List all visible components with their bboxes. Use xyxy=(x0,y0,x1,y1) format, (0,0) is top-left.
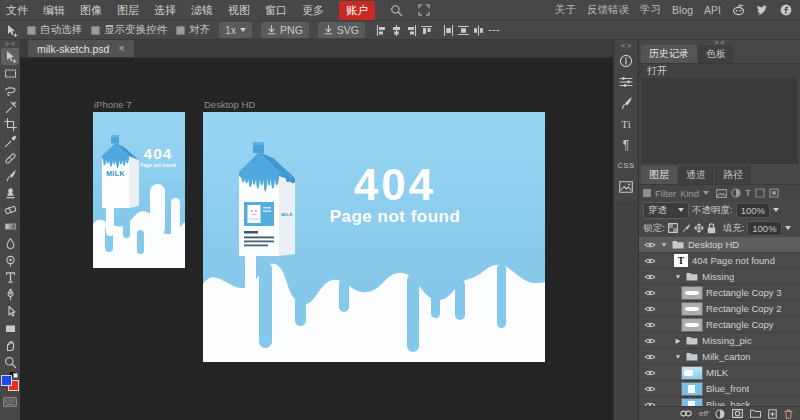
tool-dodge[interactable] xyxy=(1,252,19,269)
toolbar-collapse-icon[interactable]: > < xyxy=(5,40,15,48)
artboard-iphone7[interactable]: iPhone 7 xyxy=(93,112,185,268)
menu-filter[interactable]: 滤镜 xyxy=(191,3,213,18)
image-icon[interactable] xyxy=(615,176,637,197)
menu-api[interactable]: API xyxy=(704,4,721,16)
tool-lasso[interactable] xyxy=(1,82,19,99)
layer-row[interactable]: MILK xyxy=(639,365,800,381)
visibility-eye-icon[interactable] xyxy=(644,241,656,249)
layer-thumbnail[interactable] xyxy=(682,287,702,299)
twitter-icon[interactable] xyxy=(756,5,769,16)
align-center-h-icon[interactable] xyxy=(391,25,402,36)
lock-transparent-icon[interactable] xyxy=(668,223,678,233)
visibility-eye-icon[interactable] xyxy=(644,305,656,313)
properties-icon[interactable] xyxy=(615,71,637,92)
visibility-eye-icon[interactable] xyxy=(644,369,656,377)
lock-paint-icon[interactable] xyxy=(681,223,691,233)
delete-icon[interactable] xyxy=(784,409,793,419)
distribute-left-icon[interactable] xyxy=(443,25,454,36)
canvas-area[interactable]: iPhone 7 xyxy=(20,58,613,420)
tool-rectangle-select[interactable] xyxy=(1,65,19,82)
auto-select-checkbox[interactable]: 自动选择 xyxy=(27,23,82,37)
visibility-eye-icon[interactable] xyxy=(644,385,656,393)
menu-view[interactable]: 视图 xyxy=(228,3,250,18)
layer-row-group[interactable]: ▼ Desktop HD xyxy=(639,237,800,253)
menu-more[interactable]: 更多 xyxy=(302,3,324,18)
align-right-icon[interactable] xyxy=(406,25,417,36)
css-icon[interactable]: CSS xyxy=(615,155,637,176)
color-swatches[interactable] xyxy=(1,373,19,391)
tool-eraser[interactable] xyxy=(1,201,19,218)
opacity-input[interactable]: 100% xyxy=(736,203,770,218)
link-icon[interactable] xyxy=(680,410,692,417)
mask-icon[interactable] xyxy=(732,409,743,418)
layer-row-group[interactable]: ▼ Missing xyxy=(639,269,800,285)
new-group-icon[interactable] xyxy=(750,409,761,418)
tool-move[interactable] xyxy=(1,48,19,65)
tool-gradient[interactable] xyxy=(1,218,19,235)
new-layer-icon[interactable] xyxy=(768,409,777,419)
layer-thumbnail[interactable] xyxy=(682,303,702,315)
tool-pen[interactable] xyxy=(1,286,19,303)
filter-kind-select[interactable]: Kind xyxy=(680,188,709,199)
more-options-icon[interactable] xyxy=(488,25,501,36)
rail-collapse-icon[interactable]: < > xyxy=(621,41,631,50)
adjustment-icon[interactable] xyxy=(715,409,725,419)
lock-all-icon[interactable] xyxy=(707,223,716,234)
checkbox-box[interactable] xyxy=(176,26,185,35)
tool-crop[interactable] xyxy=(1,116,19,133)
layer-thumbnail[interactable] xyxy=(682,367,702,379)
show-transform-controls-checkbox[interactable]: 显示变换控件 xyxy=(91,23,167,37)
menu-window[interactable]: 窗口 xyxy=(265,3,287,18)
align-left-icon[interactable] xyxy=(376,25,387,36)
filter-image-icon[interactable] xyxy=(716,189,727,198)
search-icon[interactable] xyxy=(390,4,403,17)
visibility-eye-icon[interactable] xyxy=(644,353,656,361)
tool-spot-heal[interactable] xyxy=(1,150,19,167)
tool-magic-wand[interactable] xyxy=(1,99,19,116)
export-png-button[interactable]: PNG xyxy=(261,22,309,38)
fill-input[interactable]: 100% xyxy=(747,221,781,236)
tool-zoom[interactable] xyxy=(1,354,19,371)
expand-triangle-icon[interactable]: ▶ xyxy=(674,337,682,345)
collapse-triangle-icon[interactable]: ▼ xyxy=(674,273,682,280)
export-scale-select[interactable]: 1x xyxy=(219,22,252,38)
tab-channels[interactable]: 通道 xyxy=(678,166,714,184)
visibility-eye-icon[interactable] xyxy=(644,273,656,281)
layer-row-text[interactable]: T 404 Page not found xyxy=(639,253,800,269)
tool-blur[interactable] xyxy=(1,235,19,252)
artboard-label[interactable]: iPhone 7 xyxy=(94,99,132,110)
tool-clone-stamp[interactable] xyxy=(1,184,19,201)
tab-layers[interactable]: 图层 xyxy=(641,166,677,184)
layer-row[interactable]: Blue_front xyxy=(639,381,800,397)
fullscreen-icon[interactable] xyxy=(418,4,430,16)
history-entry-open[interactable]: 打开 xyxy=(639,63,800,78)
brush-settings-icon[interactable] xyxy=(615,92,637,113)
menu-report-bug[interactable]: 反馈错误 xyxy=(587,3,629,17)
menu-file[interactable]: 文件 xyxy=(6,3,28,18)
tab-swatches[interactable]: 色板 xyxy=(698,45,734,63)
filter-type-icon[interactable]: T xyxy=(745,188,751,198)
tool-hand[interactable] xyxy=(1,337,19,354)
distribute-right-icon[interactable] xyxy=(473,25,484,36)
reddit-icon[interactable] xyxy=(732,4,745,16)
menu-image[interactable]: 图像 xyxy=(80,3,102,18)
tool-type[interactable] xyxy=(1,269,19,286)
menu-select[interactable]: 选择 xyxy=(154,3,176,18)
info-icon[interactable] xyxy=(615,50,637,71)
checkbox-box[interactable] xyxy=(91,26,100,35)
tool-eyedropper[interactable] xyxy=(1,133,19,150)
snap-checkbox[interactable]: 对齐 xyxy=(176,23,210,37)
tab-history[interactable]: 历史记录 xyxy=(641,45,697,63)
tool-path-select[interactable] xyxy=(1,303,19,320)
align-top-icon[interactable] xyxy=(421,25,432,36)
document-tab[interactable]: milk-sketch.psd × xyxy=(28,40,134,57)
filter-flag-icon[interactable] xyxy=(643,189,651,197)
export-svg-button[interactable]: SVG xyxy=(318,22,365,38)
layer-row-group[interactable]: ▶ Missing_pic xyxy=(639,333,800,349)
menu-learn[interactable]: 学习 xyxy=(640,3,661,17)
paragraph-icon[interactable]: ¶ xyxy=(615,134,637,155)
keyboard-shortcuts-icon[interactable] xyxy=(3,397,17,407)
collapse-triangle-icon[interactable]: ▼ xyxy=(660,241,668,248)
visibility-eye-icon[interactable] xyxy=(644,321,656,329)
menu-layer[interactable]: 图层 xyxy=(117,3,139,18)
